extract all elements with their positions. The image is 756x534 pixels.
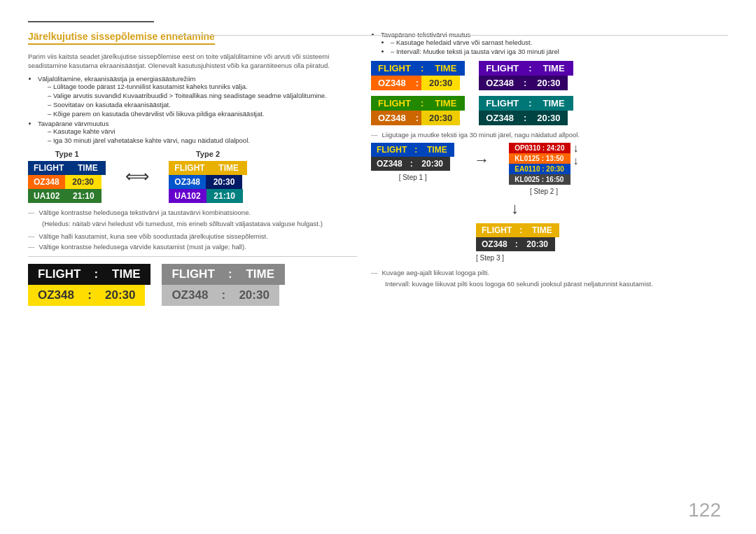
big-dark-header-colon: : [90,264,102,285]
sub-list-1: Lülitage toode pärast 12-tunniilist kasu… [48,83,357,118]
type1-label: Type 1 [55,150,79,158]
gb3-h2: TIME [426,96,465,111]
type2-label: Type 2 [196,150,220,158]
gb3-header: FLIGHT : TIME [371,96,465,111]
s2-line4: KL0025 : 16:50 [509,174,570,185]
types-row: Type 1 FLIGHT TIME OZ348 20:30 UA102 21: [28,150,357,203]
s1-time: 20:30 [415,157,450,171]
grid-board-2: FLIGHT : TIME OZ348 : 20:30 [479,61,573,90]
gb4-h1: FLIGHT [479,96,526,111]
s3-colon: : [513,237,520,251]
gb2-r1c2: 20:30 [529,76,568,90]
step3-section: FLIGHT : TIME OZ348 : 20:30 [ Step 3 ] [371,223,728,262]
s3-h2: TIME [524,223,559,237]
gb2-h2: TIME [535,61,573,76]
big-dark-row1: OZ348 : 20:30 [28,285,150,306]
gb4-h2: TIME [535,96,573,111]
sub-item-2-1: Kasutage kahte värvi [48,127,357,135]
s1-row1: OZ348 : 20:30 [371,157,454,171]
sub-item-2-2: Iga 30 minuti järel vahetatakse kahte vä… [48,136,357,144]
s1-h1: FLIGHT [371,143,412,157]
s2-line3: EA0110 : 20:30 [509,164,570,174]
big-board-dark: FLIGHT : TIME OZ348 : 20:30 [28,264,150,306]
big-gray-row1: OZ348 : 20:30 [162,285,284,306]
gb2-hc: : [526,61,534,76]
step3-board: FLIGHT : TIME OZ348 : 20:30 [476,223,559,251]
type1-board: FLIGHT TIME OZ348 20:30 UA102 21:10 [28,161,106,203]
logo-note-1: Kuvage aeg-ajalt liikuvat logoga pilti. [371,269,728,276]
big-gray-header-time: TIME [236,264,285,285]
big-boards-row: FLIGHT : TIME OZ348 : 20:30 FLIGHT : [28,264,357,306]
big-gray-header: FLIGHT : TIME [162,264,284,285]
gb4-header: FLIGHT : TIME [479,96,573,111]
gb1-h1: FLIGHT [371,61,418,76]
gb3-hc: : [418,96,426,111]
gb3-r1cc: : [413,111,421,125]
step1-container: FLIGHT : TIME OZ348 : 20:30 [ Step 1 ] [371,143,454,181]
note-3-text: Vältige kontrastse heledusega värvide ka… [39,243,246,251]
type1-row2: UA102 21:10 [28,189,106,203]
type1-header-time: TIME [69,161,106,175]
big-gray-header-colon: : [225,264,236,285]
right-sub-1: Kasutage heledaid värve või sarnast hele… [391,38,728,46]
big-gray-colon: : [218,285,229,306]
type2-row2: UA102 21:10 [169,189,246,203]
big-dark-header-flight: FLIGHT [28,264,90,285]
type1-row1: OZ348 20:30 [28,175,106,189]
big-board-gray: FLIGHT : TIME OZ348 : 20:30 [162,264,284,306]
step2-label: [ Step 2 ] [530,188,558,195]
s3-header: FLIGHT : TIME [476,223,559,237]
step1-label: [ Step 1 ] [399,174,427,181]
type1-row1-cell2: 20:30 [65,175,102,189]
note-1b: (Heledus: näitab värvi heledust või tume… [42,219,357,228]
gb1-r1c1: OZ348 [371,76,413,90]
scroll-arrows: ↓ ↓ [573,143,579,167]
s2-line1: OP0310 : 24:20 [509,143,570,153]
type1-row2-cell1: UA102 [28,189,65,203]
gb4-row1: OZ348 : 20:30 [479,111,573,125]
s1-hc: : [412,143,419,157]
type2-header-row: FLIGHT TIME [169,161,246,175]
step3-label: [ Step 3 ] [476,254,504,262]
type2-header-time: TIME [211,161,247,175]
gb1-hc: : [418,61,426,76]
gb4-r1c2: 20:30 [529,111,568,125]
note-2-text: Vältige halli kasutamist, kuna see võib … [39,232,268,240]
bullet-item-1: Väljalülitamine, ekraanisäästja ja energ… [38,75,357,118]
arrow-exchange: ⟺ [125,167,149,186]
big-dark-colon: : [84,285,95,306]
note-1-text: Vältige kontrastse heledusega tekstivärv… [39,209,251,216]
step2-scrolling-board: OP0310 : 24:20 KL0125 : 13:50 EA0110 : 2… [509,143,570,185]
big-gray-time: 20:30 [229,285,279,306]
step-arrow-right: → [474,143,489,169]
gb1-header: FLIGHT : TIME [371,61,465,76]
left-column: Järelkujutise sissepõlemise ennetamine P… [28,31,357,520]
grid-board-1: FLIGHT : TIME OZ348 : 20:30 [371,61,465,90]
s3-h1: FLIGHT [476,223,517,237]
gb4-r1c1: OZ348 [479,111,521,125]
separator [28,256,357,257]
s1-header: FLIGHT : TIME [371,143,454,157]
gb1-h2: TIME [426,61,465,76]
gb4-hc: : [526,96,534,111]
gb3-r1c1: OZ348 [371,111,413,125]
big-gray-header-flight: FLIGHT [162,264,224,285]
step1-board: FLIGHT : TIME OZ348 : 20:30 [371,143,454,171]
big-gray-oz: OZ348 [162,285,218,306]
big-dark-header: FLIGHT : TIME [28,264,150,285]
gb3-h1: FLIGHT [371,96,418,111]
sub-item-1-1: Lülitage toode pärast 12-tunniilist kasu… [48,83,357,90]
gb2-header: FLIGHT : TIME [479,61,573,76]
type1-row2-cell2: 21:10 [65,189,102,203]
type2-header-flight: FLIGHT [169,161,210,175]
content: Järelkujutise sissepõlemise ennetamine P… [28,31,728,520]
s2-line2: KL0125 : 13:50 [509,153,570,164]
top-rule [28,21,154,22]
big-dark-time: 20:30 [95,285,145,306]
page: Järelkujutise sissepõlemise ennetamine P… [0,0,756,534]
type1-row1-cell1: OZ348 [28,175,65,189]
big-dark-oz: OZ348 [28,285,84,306]
right-note-2: Liigutage ja muutke teksti iga 30 minuti… [371,131,728,139]
gb3-row1: OZ348 : 20:30 [371,111,465,125]
type2-row2-cell1: UA102 [169,189,206,203]
